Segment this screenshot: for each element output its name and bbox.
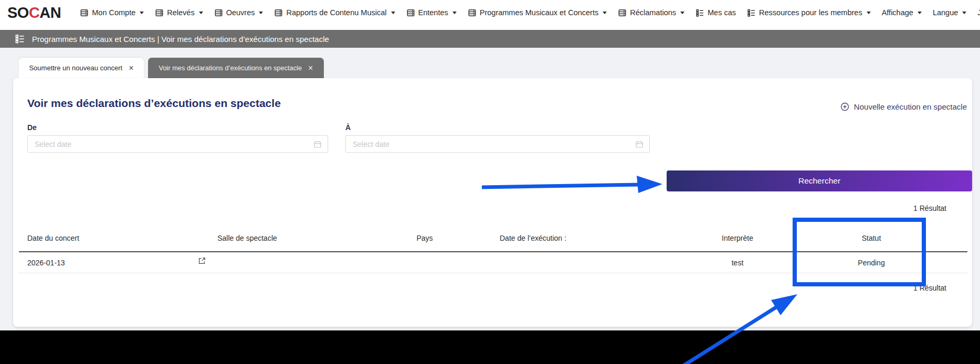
search-button[interactable]: Rechercher bbox=[667, 170, 972, 191]
rows-icon bbox=[214, 8, 223, 17]
new-execution-label: Nouvelle exécution en spectacle bbox=[854, 102, 967, 111]
chevron-down-icon bbox=[452, 12, 457, 14]
chevron-down-icon bbox=[603, 12, 607, 14]
close-icon[interactable]: × bbox=[308, 64, 313, 72]
from-date-field-wrap bbox=[27, 135, 328, 153]
nav-item-label: Mon Compte bbox=[92, 8, 135, 17]
screen: SOCAN Mon Compte Relevés Oeuvres Rapport… bbox=[0, 0, 980, 364]
nav-item-label: Oeuvres bbox=[226, 8, 255, 17]
chevron-down-icon bbox=[259, 12, 263, 14]
calendar-icon[interactable] bbox=[313, 140, 322, 149]
nav-item-mes-cas[interactable]: Mes cas bbox=[696, 8, 736, 17]
nav-item-releves[interactable]: Relevés bbox=[155, 8, 203, 17]
to-date-field-wrap bbox=[345, 135, 650, 153]
nav-item-langue[interactable]: Langue bbox=[933, 8, 966, 17]
nav-item-label: Mes cas bbox=[708, 8, 736, 17]
nav-item-user-label: Jame bbox=[977, 8, 980, 17]
nav-item-label: Ressources pour les membres bbox=[759, 8, 862, 17]
nav-item-label: Langue bbox=[933, 8, 958, 17]
chevron-down-icon bbox=[199, 12, 203, 14]
close-icon[interactable]: × bbox=[129, 64, 133, 72]
logo-text: SO bbox=[7, 4, 29, 21]
col-header-pays: Pays bbox=[356, 234, 493, 242]
nav-item-label: Ententes bbox=[418, 8, 448, 17]
calendar-icon[interactable] bbox=[635, 140, 644, 149]
chevron-down-icon bbox=[867, 12, 871, 14]
col-header-date-de-lexecution: Date de l’exécution : bbox=[500, 234, 566, 242]
nav-item-ressources[interactable]: Ressources pour les membres bbox=[747, 8, 871, 17]
logo-text: AN bbox=[39, 4, 61, 21]
rows-icon bbox=[406, 8, 415, 17]
to-date-label: À bbox=[345, 123, 351, 132]
cell-interprete: test bbox=[669, 259, 806, 267]
cell-date-du-concert: 2026-01-13 bbox=[27, 259, 65, 267]
rows-icon bbox=[618, 8, 627, 17]
breadcrumb-bar: Programmes Musicaux et Concerts | Voir m… bbox=[0, 30, 980, 48]
to-date-input[interactable] bbox=[346, 136, 649, 152]
nav-item-user[interactable]: Jame bbox=[977, 8, 980, 17]
plus-circle-icon bbox=[840, 102, 850, 112]
nav-item-label: Réclamations bbox=[630, 8, 676, 17]
tab-voir-mes-declarations[interactable]: Voir mes déclarations d’exécutions en sp… bbox=[148, 58, 324, 78]
chevron-down-icon bbox=[680, 12, 684, 14]
nav-item-oeuvres[interactable]: Oeuvres bbox=[214, 8, 264, 17]
chevron-down-icon bbox=[918, 12, 922, 14]
col-header-date-du-concert: Date du concert bbox=[27, 234, 79, 242]
tab-label: Voir mes déclarations d’exécutions en sp… bbox=[159, 64, 302, 72]
chevron-down-icon bbox=[140, 12, 144, 14]
from-date-input[interactable] bbox=[28, 136, 328, 152]
nav-item-label: Rapports de Contenu Musical bbox=[286, 8, 386, 17]
nav-item-rapports[interactable]: Rapports de Contenu Musical bbox=[274, 8, 395, 17]
rows-icon bbox=[468, 8, 477, 17]
tab-label: Soumettre un nouveau concert bbox=[29, 64, 122, 72]
nav-item-ententes[interactable]: Ententes bbox=[406, 8, 457, 17]
nav-menu: Mon Compte Relevés Oeuvres Rapports de C… bbox=[80, 8, 980, 17]
nav-item-programmes[interactable]: Programmes Musicaux et Concerts bbox=[468, 8, 607, 17]
chevron-down-icon bbox=[391, 12, 395, 14]
list-icon bbox=[747, 8, 756, 17]
list-icon bbox=[15, 34, 25, 44]
nav-item-label: Programmes Musicaux et Concerts bbox=[480, 8, 598, 17]
col-header-interprete: Interprète bbox=[669, 234, 806, 242]
chevron-down-icon bbox=[962, 12, 966, 14]
rows-icon bbox=[80, 8, 89, 17]
col-header-statut: Statut bbox=[803, 234, 940, 242]
results-count-top: 1 Résultat bbox=[913, 204, 946, 212]
from-date-label: De bbox=[27, 123, 37, 132]
nav-item-label: Relevés bbox=[167, 8, 194, 17]
nav-item-reclamations[interactable]: Réclamations bbox=[618, 8, 684, 17]
nav-item-affichage[interactable]: Affichage bbox=[882, 8, 922, 17]
content-card: Voir mes déclarations d’exécutions en sp… bbox=[13, 78, 972, 327]
logo-accent-text: C bbox=[29, 4, 39, 21]
socan-logo[interactable]: SOCAN bbox=[7, 4, 61, 22]
cell-statut: Pending bbox=[803, 259, 940, 267]
page-title: Voir mes déclarations d’exécutions en sp… bbox=[27, 97, 281, 110]
breadcrumb: Programmes Musicaux et Concerts | Voir m… bbox=[32, 35, 329, 44]
col-header-salle-de-spectacle: Salle de spectacle bbox=[179, 234, 315, 242]
rows-icon bbox=[274, 8, 283, 17]
table-row-divider bbox=[19, 273, 967, 273]
external-link-icon[interactable] bbox=[197, 256, 206, 267]
list-icon bbox=[696, 8, 704, 17]
nav-item-mon-compte[interactable]: Mon Compte bbox=[80, 8, 144, 17]
top-navigation: SOCAN Mon Compte Relevés Oeuvres Rapport… bbox=[0, 0, 980, 25]
tab-soumettre-un-nouveau-concert[interactable]: Soumettre un nouveau concert × bbox=[19, 58, 144, 78]
nav-item-label: Affichage bbox=[882, 8, 913, 17]
new-execution-link[interactable]: Nouvelle exécution en spectacle bbox=[840, 102, 967, 112]
rows-icon bbox=[155, 8, 164, 17]
results-count-bottom: 1 Résultat bbox=[913, 284, 946, 292]
bottom-black-region bbox=[0, 330, 980, 364]
table-header-divider bbox=[19, 251, 967, 252]
